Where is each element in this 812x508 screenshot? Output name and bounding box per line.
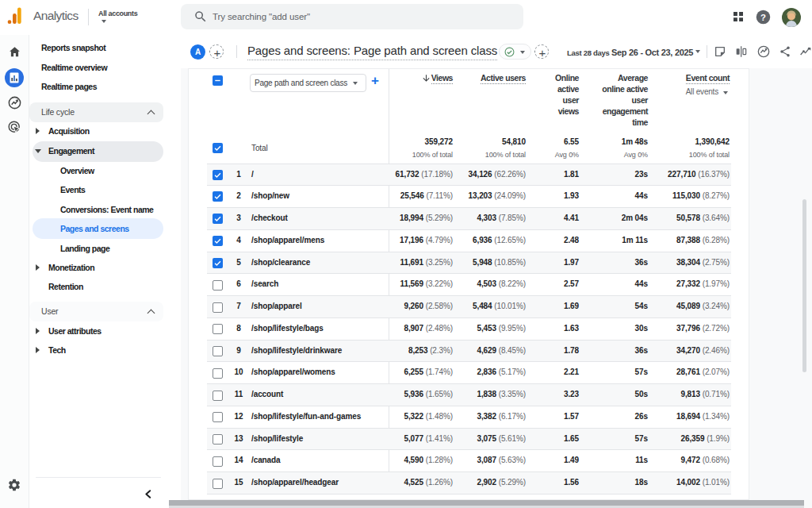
svg-text:?: ? bbox=[760, 13, 766, 22]
